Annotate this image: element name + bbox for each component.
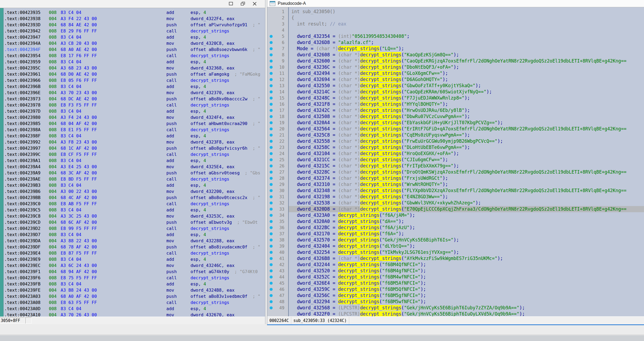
- asm-row[interactable]: .text:00423966008E8 05 F6 FF FFcalldecry…: [4, 77, 265, 83]
- asm-row[interactable]: .text:004239D700883 C4 04addesp, 4: [4, 232, 265, 238]
- asm-row[interactable]: .text:004239E900883 C4 04addesp, 4: [4, 256, 265, 262]
- asm-row[interactable]: .text:0042397300468 DC AE 42 00pushoffse…: [4, 96, 265, 102]
- pseudocode-line[interactable]: 42 dword_432244 = decrypt_strings("f6BM4…: [267, 262, 644, 268]
- pseudocode-line[interactable]: 22 dword_432558 = (char *)decrypt_string…: [267, 138, 644, 144]
- asm-row[interactable]: .text:0042394A004A3 C8 20 43 00movdword_…: [4, 40, 265, 46]
- asm-row[interactable]: .text:004239F6008E8 75 F5 FF FFcalldecry…: [4, 275, 265, 281]
- pseudocode-line[interactable]: 46 dword_43259C = decrypt_strings("f6BM5…: [267, 286, 644, 292]
- disassembly-titlebar[interactable]: [0, 0, 265, 8]
- pseudocode-line[interactable]: 45 dword_4326E4 = decrypt_strings("f6BM5…: [267, 280, 644, 286]
- pseudocode-line[interactable]: 27 dword_43228C = (char *)decrypt_string…: [267, 169, 644, 175]
- pseudocode-line[interactable]: 6 dword_4326D8 = "alazlfa.cf";: [267, 39, 644, 46]
- asm-row[interactable]: .text:0042394F00468 A0 AE 42 00pushoffse…: [4, 46, 265, 53]
- pseudocode-line[interactable]: dword_4322F0 = (LPCSTR)decrypt_strings("…: [267, 311, 644, 317]
- pseudocode-line[interactable]: 5 dword_432354 = (int)"05613995485343040…: [267, 33, 644, 39]
- pseudocode-line[interactable]: 4: [267, 27, 644, 33]
- asm-row[interactable]: .text:004239C0008E8 AB F5 FF FFcalldecry…: [4, 201, 265, 207]
- asm-row[interactable]: .text:004239A4004A3 E4 25 43 00movdword_…: [4, 164, 265, 170]
- asm-row[interactable]: .text:0042394700883 C4 04addesp, 4: [4, 34, 265, 40]
- asm-row[interactable]: .text:004239C500883 C4 04addesp, 4: [4, 207, 265, 213]
- pseudocode-line[interactable]: 8 dword_432608 = (char *)decrypt_strings…: [267, 52, 644, 58]
- asm-row[interactable]: .text:004239B6004A3 00 22 43 00movdword_…: [4, 188, 265, 195]
- pseudocode-line[interactable]: 21 dword_4325C8 = (char *)decrypt_string…: [267, 132, 644, 138]
- asm-row[interactable]: .text:0042395900883 C4 04addesp, 4: [4, 59, 265, 65]
- pseudocode-line[interactable]: 17 dword_43242C = (char *)decrypt_string…: [267, 107, 644, 113]
- restore-icon[interactable]: [240, 1, 246, 6]
- maximize-icon[interactable]: [228, 1, 234, 6]
- asm-row[interactable]: .text:0042393500883 C4 04addesp, 4: [4, 9, 265, 16]
- pseudocode-line[interactable]: 20 dword_432564 = (char *)decrypt_string…: [267, 126, 644, 132]
- asm-row[interactable]: .text:00423992004A3 F8 23 43 00movdword_…: [4, 139, 265, 145]
- asm-row[interactable]: .text:004239E4008E8 87 F5 FF FFcalldecry…: [4, 250, 265, 256]
- asm-row[interactable]: .text:00423978008E8 F3 F5 FF FFcalldecry…: [4, 102, 265, 108]
- pseudocode-line[interactable]: 38 dword_432570 = decrypt_strings("Gek/j…: [267, 237, 644, 243]
- asm-row[interactable]: .text:004239F100468 94 AF 42 00pushoffse…: [4, 269, 265, 275]
- pseudocode-line[interactable]: 30 dword_432348 = (char *)decrypt_string…: [267, 188, 644, 194]
- pseudocode-line[interactable]: 28 dword_432374 = (char *)decrypt_string…: [267, 175, 644, 181]
- pseudocode-line[interactable]: 29 dword_432310 = (char *)decrypt_string…: [267, 181, 644, 188]
- pseudocode-line[interactable]: 14 dword_43214C = (char *)decrypt_string…: [267, 89, 644, 95]
- pseudocode-line[interactable]: 25 dword_4321CC = (char *)decrypt_string…: [267, 157, 644, 163]
- asm-row[interactable]: .text:0042398500468 04 AF 42 00pushoffse…: [4, 120, 265, 127]
- pseudocode-tab[interactable]: Pseudocode-A: [267, 0, 644, 7]
- pseudocode-line[interactable]: 49 dword_432568 = (LPCSTR)decrypt_string…: [267, 305, 644, 311]
- asm-row[interactable]: .text:004239A900468 3C AF 42 00pushoffse…: [4, 170, 265, 176]
- asm-row[interactable]: .text:0042396B00883 C4 04addesp, 4: [4, 83, 265, 90]
- close-icon[interactable]: [252, 1, 258, 6]
- pseudocode-line[interactable]: 43 dword_432520 = decrypt_strings("f6BM4…: [267, 268, 644, 274]
- pseudocode-line[interactable]: 13 dword_432550 = (char *)decrypt_string…: [267, 83, 644, 89]
- pseudocode-line[interactable]: 16 dword_4321F8 = (char *)decrypt_string…: [267, 101, 644, 107]
- pseudocode-line[interactable]: 18 dword_432508 = (char *)decrypt_string…: [267, 113, 644, 120]
- pseudocode-line[interactable]: 9 dword_432600 = (char *)decrypt_strings…: [267, 58, 644, 64]
- pseudocode-line[interactable]: 47 dword_43256C = decrypt_strings("f6BM5…: [267, 292, 644, 299]
- asm-row[interactable]: .text:00423A10004A3 70 26 43 00movdword_…: [4, 312, 265, 317]
- pseudocode-line[interactable]: 33 dword_4320D8 = (char *)decrypt_string…: [267, 206, 644, 212]
- asm-row[interactable]: .text:00423A0300468 A0 AF 42 00pushoffse…: [4, 293, 265, 299]
- pseudocode-line[interactable]: 12 dword_432694 = (char *)decrypt_string…: [267, 76, 644, 83]
- asm-row[interactable]: .text:0042398A008E8 E1 F5 FF FFcalldecry…: [4, 127, 265, 133]
- asm-row[interactable]: .text:0042395C004A3 68 23 43 00movdword_…: [4, 65, 265, 71]
- asm-row[interactable]: .text:0042396100468 D0 AE 42 00pushoffse…: [4, 71, 265, 77]
- pseudocode-line[interactable]: 10 dword_43236C = (char *)decrypt_string…: [267, 64, 644, 70]
- pseudocode-line[interactable]: 36 dword_4322BC = decrypt_strings("f6A/j…: [267, 225, 644, 231]
- pseudocode-line[interactable]: 40 dword_432254 = decrypt_strings("YIkMv…: [267, 249, 644, 255]
- pseudocode-line[interactable]: 24 dword_432104 = (char *)decrypt_string…: [267, 151, 644, 157]
- pseudocode-line[interactable]: 7 Mode = (char *)decrypt_strings("LQ==")…: [267, 46, 644, 52]
- asm-row[interactable]: .text:004239AE008E8 BD F5 FF FFcalldecry…: [4, 176, 265, 182]
- pseudocode-line[interactable]: 32 dword_432538 = (char *)decrypt_string…: [267, 200, 644, 206]
- disassembly-view[interactable]: .text:0042393500883 C4 04addesp, 4.text:…: [0, 8, 265, 317]
- asm-row[interactable]: .text:00423938004A3 F4 22 43 00movdword_…: [4, 16, 265, 22]
- asm-row[interactable]: .text:0042399C008E8 CF F5 FF FFcalldecry…: [4, 151, 265, 157]
- pseudocode-line[interactable]: 19 dword_4320A4 = (char *)decrypt_string…: [267, 120, 644, 126]
- asm-row[interactable]: .text:004239DF00468 78 AF 42 00pushoffse…: [4, 244, 265, 250]
- asm-row[interactable]: .text:004239A100883 C4 04addesp, 4: [4, 157, 265, 164]
- asm-row[interactable]: .text:004239BB00468 4C AF 42 00pushoffse…: [4, 195, 265, 201]
- pseudocode-line[interactable]: 31 dword_432198 = (char *)decrypt_string…: [267, 194, 644, 200]
- pseudocode-view[interactable]: 1int sub_423050()2{3 int result; // eax4…: [267, 7, 644, 317]
- asm-row[interactable]: .text:004239CD00468 6C AF 42 00pushoffse…: [4, 219, 265, 225]
- asm-row[interactable]: .text:004239FB00883 C4 04addesp, 4: [4, 281, 265, 287]
- pseudocode-line[interactable]: 23 dword_43258C = (char *)decrypt_string…: [267, 144, 644, 151]
- asm-row[interactable]: .text:004239EC004A3 6C 24 43 00movdword_…: [4, 262, 265, 269]
- pseudocode-line[interactable]: 2{: [267, 15, 644, 21]
- asm-row[interactable]: .text:00423942008E8 29 F6 FF FFcalldecry…: [4, 28, 265, 34]
- asm-row[interactable]: .text:004239FE004A3 B8 24 43 00movdword_…: [4, 287, 265, 293]
- navigation-band[interactable]: [0, 8, 3, 317]
- asm-row[interactable]: .text:0042398F00883 C4 04addesp, 4: [4, 133, 265, 139]
- asm-row[interactable]: .text:004239C8004A3 3C 25 43 00movdword_…: [4, 213, 265, 219]
- pseudocode-line[interactable]: 15 dword_43248C = (char *)decrypt_string…: [267, 95, 644, 101]
- pseudocode-line[interactable]: 34 dword_4323A0 = decrypt_strings("f6A/j…: [267, 212, 644, 218]
- pseudocode-line[interactable]: 11 dword_432494 = (char *)decrypt_string…: [267, 70, 644, 76]
- pseudocode-line[interactable]: 1int sub_423050(): [267, 9, 644, 15]
- asm-row[interactable]: .text:00423A08008E8 63 F5 FF FFcalldecry…: [4, 299, 265, 306]
- pseudocode-line[interactable]: 39 dword_432404 = decrypt_strings("dLYbt…: [267, 243, 644, 249]
- asm-row[interactable]: .text:004239B300883 C4 04addesp, 4: [4, 182, 265, 188]
- asm-row[interactable]: .text:0042399700468 1C AF 42 00pushoffse…: [4, 145, 265, 151]
- pseudocode-line[interactable]: 41 dword_4326B8 = (char *)decrypt_string…: [267, 255, 644, 262]
- pseudocode-line[interactable]: 44 dword_43252C = decrypt_strings("f6BM4…: [267, 274, 644, 280]
- asm-row[interactable]: .text:00423954008E8 17 F6 FF FFcalldecry…: [4, 53, 265, 59]
- asm-row[interactable]: .text:004239D2008E8 99 F5 FF FFcalldecry…: [4, 225, 265, 232]
- pseudocode-line[interactable]: 48 dword_432294 = decrypt_strings("f6BM5…: [267, 299, 644, 305]
- pseudocode-line[interactable]: 35 dword_4320A0 = decrypt_strings("dA=="…: [267, 218, 644, 225]
- asm-row[interactable]: .text:0042393D00468 84 AE 42 00pushoffse…: [4, 22, 265, 28]
